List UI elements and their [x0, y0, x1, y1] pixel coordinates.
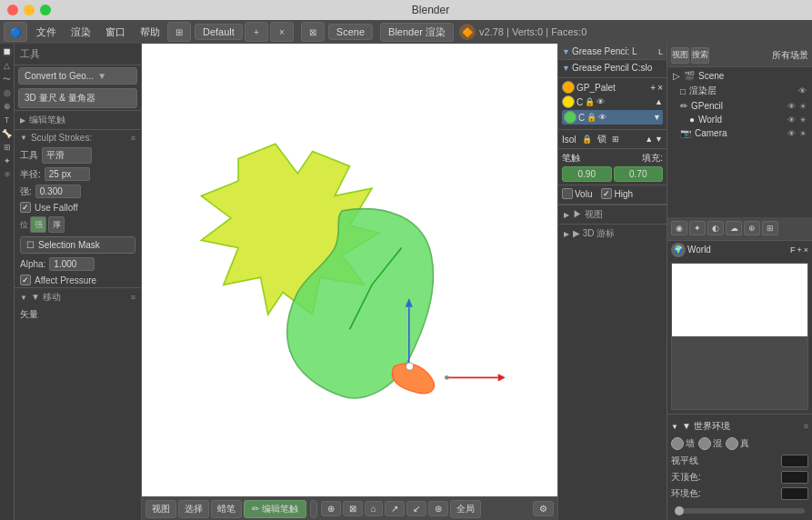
render-engine-selector[interactable]: Blender 渲染 — [380, 23, 454, 42]
down-icon[interactable]: ▼ — [655, 135, 663, 144]
edit-mode-button[interactable]: ✏ 编辑笔触 — [244, 500, 306, 518]
c-color-swatch-1[interactable] — [562, 95, 575, 108]
scroll-down-icon[interactable]: ▼ — [653, 113, 661, 122]
pencil-button[interactable]: 蜡笔 — [211, 500, 242, 518]
selection-mask-button[interactable]: ☐ Selection Mask — [20, 236, 135, 254]
camera-render-icon[interactable]: ☀ — [799, 129, 807, 138]
world-env-header[interactable]: ▼ ▼ 世界环境 ≡ — [671, 418, 808, 435]
close-button[interactable] — [7, 5, 18, 15]
scroll-up-icon[interactable]: ▲ — [655, 97, 663, 106]
gp-expand-icon[interactable]: ▼ — [562, 47, 570, 56]
convert-geo-button[interactable]: Convert to Geo... ▼ — [18, 67, 137, 85]
thickness-icon[interactable]: 厚 — [48, 216, 65, 233]
viewport[interactable]: 视图 选择 蜡笔 ✏ 编辑笔触 ⊕ ⊠ ⌂ ↗ ↙ ⊛ 全局 ⚙ — [142, 44, 557, 520]
wp-icon-2[interactable]: ✦ — [689, 221, 706, 235]
edit-stroke-section[interactable]: ▶ 编辑笔触 — [15, 110, 141, 129]
mix-radio-icon[interactable] — [698, 437, 711, 450]
volu-checkbox[interactable] — [562, 188, 573, 199]
view-section[interactable]: ▶ ▶ 视图 — [558, 205, 667, 224]
palette-color-swatch[interactable] — [562, 81, 575, 94]
outliner-item-world[interactable]: ● World 👁 ☀ — [669, 113, 810, 126]
icon-2[interactable]: ⊠ — [343, 501, 363, 516]
gp-sub-expand-icon[interactable]: ▼ — [562, 64, 570, 73]
strength-field[interactable]: 0.300 — [35, 185, 81, 198]
world-eye-icon[interactable]: 👁 — [787, 115, 796, 125]
gp-palette-close-icon[interactable]: × — [657, 83, 663, 93]
eye-icon-1[interactable]: 👁 — [596, 97, 605, 106]
eye-icon-2[interactable]: 👁 — [598, 113, 606, 122]
physics-icon[interactable]: ⚛ — [1, 168, 14, 181]
horizon-color-swatch[interactable] — [781, 455, 808, 467]
circle-mode-selector[interactable] — [310, 500, 317, 518]
sculpt-section[interactable]: ▼ Sculpt Strokes: ≡ — [15, 129, 141, 145]
view3d-icon[interactable]: 🔲 — [1, 45, 14, 58]
move-section[interactable]: ▼ ▼ 移动 ≡ — [15, 287, 141, 306]
blender-icon[interactable]: 🔵 — [4, 22, 27, 42]
alpha-field[interactable]: 1.000 — [49, 257, 95, 271]
wp-icon-4[interactable]: ☁ — [726, 221, 742, 235]
constraint-icon[interactable]: ⊞ — [1, 141, 14, 154]
world-slider-handle[interactable] — [675, 506, 684, 515]
wp-icon-5[interactable]: ⊕ — [744, 221, 760, 235]
menu-help[interactable]: 帮助 — [133, 24, 167, 41]
viewport-canvas[interactable] — [142, 44, 557, 496]
high-checkbox[interactable] — [601, 188, 612, 199]
radius-field[interactable]: 25 px — [45, 167, 90, 181]
lock-icon-2[interactable]: 🔒 — [586, 113, 596, 122]
icon-1[interactable]: ⊕ — [321, 501, 341, 516]
outliner-search-btn[interactable]: 搜索 — [691, 47, 709, 64]
meta-icon[interactable]: ⊕ — [1, 100, 14, 113]
sky-color-swatch[interactable] — [781, 471, 808, 484]
wp-icon-1[interactable]: ◉ — [671, 221, 687, 235]
c-color-swatch-2[interactable] — [564, 111, 576, 124]
armature-icon[interactable]: 🦴 — [1, 127, 14, 140]
icon-6[interactable]: ⊛ — [428, 501, 448, 516]
camera-eye-icon[interactable]: 👁 — [787, 129, 796, 138]
layout2-icon[interactable]: ⊠ — [301, 22, 325, 42]
render-layer-eye-icon[interactable]: 👁 — [798, 86, 807, 95]
world-add-icon[interactable]: + — [797, 245, 801, 255]
wall-radio-icon[interactable] — [671, 437, 684, 450]
outliner-item-gpencil[interactable]: ✏ GPencil 👁 ☀ — [669, 99, 810, 113]
outliner-scope-label[interactable]: 所有场景 — [772, 49, 808, 62]
menu-file[interactable]: 文件 — [29, 24, 64, 41]
affect-pressure-checkbox[interactable] — [20, 275, 31, 285]
add-workspace-icon[interactable]: + — [245, 22, 268, 42]
close-workspace-icon[interactable]: × — [270, 22, 294, 42]
view-button[interactable]: 视图 — [145, 500, 176, 518]
gpencil-render-icon[interactable]: ☀ — [799, 102, 807, 111]
icon-5[interactable]: ↙ — [406, 501, 426, 516]
world-render-icon[interactable]: ☀ — [799, 115, 807, 125]
gp-close-icon[interactable]: L — [658, 47, 663, 56]
up-icon[interactable]: ▲ — [645, 135, 653, 144]
mesh-icon[interactable]: △ — [1, 59, 14, 72]
tool-select[interactable]: 平滑 — [42, 147, 92, 164]
particle-icon[interactable]: ✦ — [1, 155, 14, 167]
icon-4[interactable]: ↗ — [385, 501, 405, 516]
maximize-button[interactable] — [40, 5, 51, 15]
world-f-label[interactable]: F — [790, 245, 796, 255]
gp-palette-add-icon[interactable]: + — [650, 83, 656, 93]
viewport-settings[interactable]: ⚙ — [533, 501, 554, 516]
lock-icon-1[interactable]: 🔒 — [585, 97, 595, 106]
mix-option[interactable]: 混 — [698, 437, 722, 450]
true-option[interactable]: 真 — [726, 437, 749, 450]
measure-button[interactable]: 3D 量尺 & 量角器 — [18, 88, 137, 108]
surface-icon[interactable]: ◎ — [1, 86, 14, 99]
strength-icon[interactable]: 强 — [30, 216, 46, 233]
wall-option[interactable]: 墙 — [671, 437, 695, 450]
outliner-view-btn[interactable]: 视图 — [671, 47, 689, 64]
stroke-bar[interactable]: 0.90 — [562, 166, 612, 182]
wp-icon-3[interactable]: ◐ — [707, 221, 724, 235]
curve-icon[interactable]: 〜 — [1, 73, 14, 85]
scene-selector[interactable]: Scene — [328, 24, 373, 40]
fill-bar[interactable]: 0.70 — [614, 166, 664, 182]
menu-render[interactable]: 渲染 — [64, 24, 98, 41]
text-icon[interactable]: T — [1, 114, 14, 126]
select-button[interactable]: 选择 — [178, 500, 209, 518]
3d-cursor-section[interactable]: ▶ ▶ 3D 游标 — [558, 224, 667, 243]
wp-icon-6[interactable]: ⊞ — [762, 221, 778, 235]
use-falloff-checkbox[interactable] — [20, 202, 31, 213]
gpencil-eye-icon[interactable]: 👁 — [787, 102, 796, 111]
world-close-icon[interactable]: × — [804, 245, 808, 255]
